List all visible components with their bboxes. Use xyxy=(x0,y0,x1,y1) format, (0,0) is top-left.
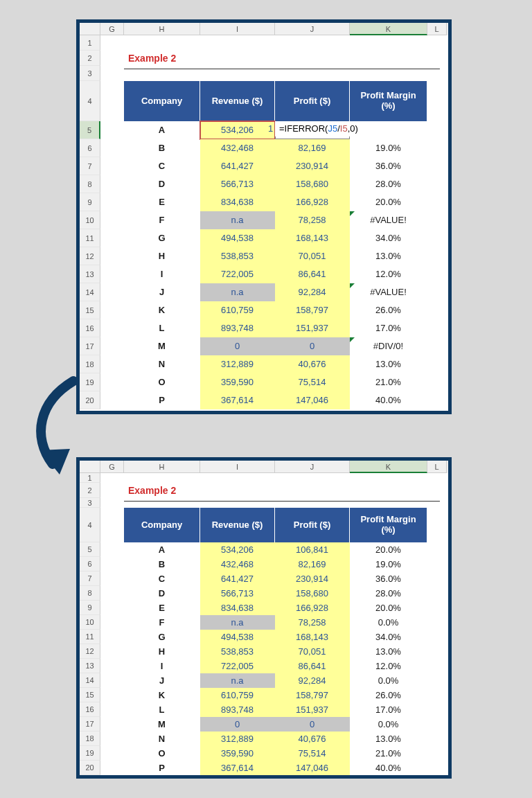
company-cell[interactable]: I xyxy=(124,265,200,283)
col-K[interactable]: K xyxy=(350,23,427,35)
company-cell[interactable]: K xyxy=(124,688,200,702)
revenue-cell[interactable]: 359,590 xyxy=(200,373,275,391)
revenue-cell[interactable]: 610,759 xyxy=(200,688,275,702)
profit-cell[interactable]: 151,937 xyxy=(275,702,350,717)
margin-cell[interactable]: 20.0% xyxy=(350,193,427,211)
revenue-cell[interactable]: n.a xyxy=(200,283,275,301)
company-cell[interactable]: K xyxy=(124,301,200,319)
revenue-cell[interactable]: 0 xyxy=(200,717,275,732)
margin-cell[interactable]: 36.0% xyxy=(350,571,427,586)
company-cell[interactable]: N xyxy=(124,732,200,746)
profit-cell-editing[interactable]: 1=IFERROR(J5/I5,0) xyxy=(275,121,350,139)
profit-cell[interactable]: 151,937 xyxy=(275,319,350,337)
table-row[interactable]: 8D566,713158,68028.0% xyxy=(80,586,448,601)
company-cell[interactable]: A xyxy=(124,121,200,139)
company-cell[interactable]: B xyxy=(124,557,200,571)
table-row[interactable]: 12H538,85370,05113.0% xyxy=(80,644,448,659)
table-row[interactable]: 13I722,00586,64112.0% xyxy=(80,265,448,283)
profit-cell[interactable]: 82,169 xyxy=(275,139,350,157)
table-row[interactable]: 20P367,614147,04640.0% xyxy=(80,391,448,409)
profit-cell[interactable]: 78,258 xyxy=(275,211,350,229)
margin-cell[interactable]: 40.0% xyxy=(350,391,427,409)
company-cell[interactable]: F xyxy=(124,211,200,229)
profit-cell[interactable]: 168,143 xyxy=(275,229,350,247)
col-H[interactable]: H xyxy=(124,461,200,473)
company-cell[interactable]: B xyxy=(124,139,200,157)
col-I[interactable]: I xyxy=(200,461,275,473)
company-cell[interactable]: N xyxy=(124,355,200,373)
profit-cell[interactable]: 78,258 xyxy=(275,615,350,630)
revenue-cell[interactable]: n.a xyxy=(200,615,275,630)
table-row[interactable]: 19O359,59075,51421.0% xyxy=(80,746,448,761)
company-cell[interactable]: O xyxy=(124,373,200,391)
margin-cell[interactable]: 26.0% xyxy=(350,688,427,702)
company-cell[interactable]: E xyxy=(124,193,200,211)
margin-cell[interactable]: 13.0% xyxy=(350,247,427,265)
revenue-cell[interactable]: 494,538 xyxy=(200,229,275,247)
company-cell[interactable]: D xyxy=(124,586,200,601)
table-row[interactable]: 7C641,427230,91436.0% xyxy=(80,571,448,586)
col-J[interactable]: J xyxy=(275,23,350,35)
company-cell[interactable]: L xyxy=(124,702,200,717)
profit-cell[interactable]: 92,284 xyxy=(275,673,350,688)
profit-cell[interactable]: 168,143 xyxy=(275,630,350,644)
col-L[interactable]: L xyxy=(427,23,447,35)
revenue-cell[interactable]: 534,206 xyxy=(200,121,275,139)
table-row[interactable]: 19O359,59075,51421.0% xyxy=(80,373,448,391)
company-cell[interactable]: L xyxy=(124,319,200,337)
revenue-cell[interactable]: 367,614 xyxy=(200,761,275,775)
revenue-cell[interactable]: 893,748 xyxy=(200,702,275,717)
company-cell[interactable]: D xyxy=(124,175,200,193)
table-row[interactable]: 10Fn.a78,2580.0% xyxy=(80,615,448,630)
margin-cell[interactable]: 20.0% xyxy=(350,601,427,615)
col-J[interactable]: J xyxy=(275,461,350,473)
grid-top[interactable]: 1 2Example 2 3 4 Company Revenue ($) Pro… xyxy=(80,35,448,409)
margin-cell[interactable]: 0.0% xyxy=(350,615,427,630)
table-row[interactable]: 5A534,2061=IFERROR(J5/I5,0) xyxy=(80,121,448,139)
table-row[interactable]: 9E834,638166,92820.0% xyxy=(80,193,448,211)
revenue-cell[interactable]: n.a xyxy=(200,673,275,688)
margin-cell[interactable]: 12.0% xyxy=(350,265,427,283)
profit-cell[interactable]: 82,169 xyxy=(275,557,350,571)
profit-cell[interactable]: 106,841 xyxy=(275,542,350,557)
company-cell[interactable]: O xyxy=(124,746,200,761)
revenue-cell[interactable]: 722,005 xyxy=(200,659,275,673)
table-row[interactable]: 6B432,46882,16919.0% xyxy=(80,139,448,157)
revenue-cell[interactable]: 893,748 xyxy=(200,319,275,337)
margin-cell[interactable]: 0.0% xyxy=(350,717,427,732)
table-row[interactable]: 5A534,206106,84120.0% xyxy=(80,542,448,557)
margin-cell[interactable]: 26.0% xyxy=(350,301,427,319)
company-cell[interactable]: A xyxy=(124,542,200,557)
revenue-cell[interactable]: 534,206 xyxy=(200,542,275,557)
profit-cell[interactable]: 40,676 xyxy=(275,355,350,373)
profit-cell[interactable]: 147,046 xyxy=(275,761,350,775)
table-row[interactable]: 11G494,538168,14334.0% xyxy=(80,630,448,644)
table-row[interactable]: 15K610,759158,79726.0% xyxy=(80,301,448,319)
revenue-cell[interactable]: n.a xyxy=(200,211,275,229)
margin-cell[interactable]: #VALUE! xyxy=(350,211,427,229)
margin-cell[interactable]: 19.0% xyxy=(350,139,427,157)
margin-cell[interactable]: 20.0% xyxy=(350,542,427,557)
margin-cell[interactable]: 21.0% xyxy=(350,373,427,391)
revenue-cell[interactable]: 312,889 xyxy=(200,732,275,746)
col-H[interactable]: H xyxy=(124,23,200,35)
revenue-cell[interactable]: 367,614 xyxy=(200,391,275,409)
revenue-cell[interactable]: 610,759 xyxy=(200,301,275,319)
table-row[interactable]: 18N312,88940,67613.0% xyxy=(80,355,448,373)
company-cell[interactable]: P xyxy=(124,391,200,409)
margin-cell[interactable] xyxy=(350,121,427,139)
profit-cell[interactable]: 158,797 xyxy=(275,688,350,702)
table-row[interactable]: 18N312,88940,67613.0% xyxy=(80,732,448,746)
revenue-cell[interactable]: 0 xyxy=(200,337,275,355)
company-cell[interactable]: H xyxy=(124,247,200,265)
revenue-cell[interactable]: 566,713 xyxy=(200,586,275,601)
table-row[interactable]: 15K610,759158,79726.0% xyxy=(80,688,448,702)
col-L[interactable]: L xyxy=(427,461,447,473)
profit-cell[interactable]: 92,284 xyxy=(275,283,350,301)
company-cell[interactable]: M xyxy=(124,717,200,732)
revenue-cell[interactable]: 641,427 xyxy=(200,571,275,586)
table-row[interactable]: 6B432,46882,16919.0% xyxy=(80,557,448,571)
margin-cell[interactable]: 28.0% xyxy=(350,175,427,193)
margin-cell[interactable]: 28.0% xyxy=(350,586,427,601)
revenue-cell[interactable]: 432,468 xyxy=(200,557,275,571)
